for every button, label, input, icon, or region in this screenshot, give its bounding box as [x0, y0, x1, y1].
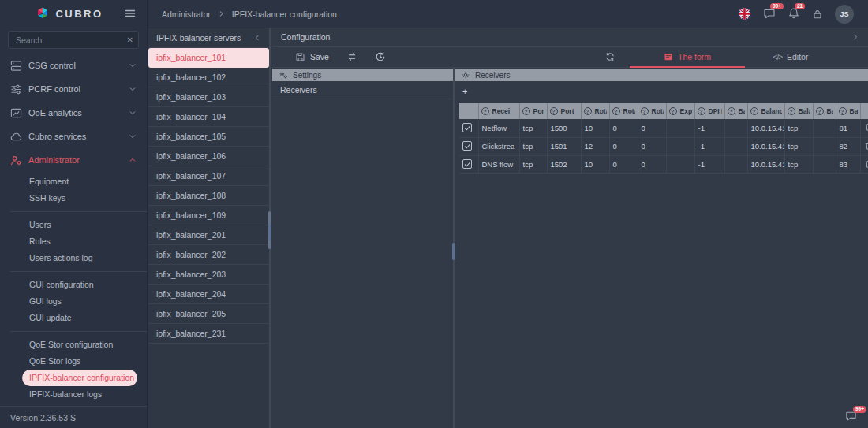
sidebar-subitem-ssh-keys[interactable]: SSH keys [22, 190, 137, 207]
col-header-label: Recei [492, 107, 511, 115]
help-icon[interactable]: ? [612, 107, 620, 115]
col-header-label: Port [561, 107, 574, 115]
help-icon[interactable]: ? [788, 107, 795, 115]
table-cell: tcp [519, 137, 547, 155]
breadcrumb-section[interactable]: Administrator [162, 9, 211, 19]
help-icon[interactable]: ? [698, 107, 705, 115]
sidebar-subitem-ipfix-balancer-logs[interactable]: IPFIX-balancer logs [22, 386, 137, 403]
help-icon[interactable]: ? [522, 107, 530, 115]
chevron-down-icon [129, 61, 137, 69]
compare-swap-icon[interactable] [346, 51, 357, 62]
settings-item-receivers[interactable]: Receivers [272, 81, 453, 99]
sidebar-search: ✕ [8, 31, 139, 50]
sidebar-subitem-gui-update[interactable]: GUI update [22, 310, 137, 326]
toolbar-left: Save [272, 47, 386, 67]
messages-icon[interactable]: 99+ [763, 7, 776, 21]
history-restore-icon[interactable] [375, 51, 386, 62]
server-list-item-ipfix-balancer-205[interactable]: ipfix_balancer_205 [148, 304, 269, 324]
topbar: Administrator IPFIX-balancer configurati… [148, 0, 868, 28]
notifications-bell-icon[interactable]: 21 [788, 7, 800, 21]
table-cell: 10 [581, 155, 609, 173]
support-chat-fab[interactable]: 99+ [845, 410, 857, 423]
save-button[interactable]: Save [295, 52, 329, 62]
col-header-port-t: ?Port t [519, 103, 547, 119]
sidebar-subitem-qoe-stor-configuration[interactable]: QoE Stor configuration [22, 337, 137, 353]
sidebar-subitem-ipfix-balancer-configuration[interactable]: IPFIX-balancer configuration [22, 370, 137, 386]
sidebar-subitem-qoe-stor-logs[interactable]: QoE Stor logs [22, 353, 137, 370]
help-icon[interactable]: ? [816, 107, 824, 115]
server-list-item-ipfix-balancer-106[interactable]: ipfix_balancer_106 [148, 147, 269, 166]
support-chat-badge: 99+ [853, 406, 866, 413]
chevron-down-icon [129, 132, 137, 140]
table-cell: tcp [519, 119, 547, 137]
delete-row-button[interactable] [864, 141, 868, 151]
sidebar-item-pcrf-control[interactable]: PCRF control [0, 77, 147, 101]
delete-row-button[interactable] [864, 159, 868, 169]
sidebar-item-qoe-analytics[interactable]: QoE analytics [0, 101, 147, 125]
refresh-icon[interactable] [604, 47, 615, 67]
sidebar-item-cubro-services[interactable]: Cubro services [0, 125, 147, 148]
notifications-badge: 21 [795, 3, 805, 10]
server-list-item-ipfix-balancer-204[interactable]: ipfix_balancer_204 [148, 285, 269, 304]
server-list-item-ipfix-balancer-202[interactable]: ipfix_balancer_202 [148, 245, 269, 265]
settings-items: Receivers [272, 81, 453, 99]
cubro-hexagon-logo-icon [36, 6, 50, 20]
tab-editor[interactable]: </> Editor [746, 47, 835, 67]
server-list-item-ipfix-balancer-107[interactable]: ipfix_balancer_107 [148, 166, 269, 186]
lock-icon[interactable] [812, 9, 823, 20]
server-list-item-ipfix-balancer-101[interactable]: ipfix_balancer_101 [148, 48, 269, 68]
col-header-inner: ?Port t [522, 107, 544, 115]
table-cell: DNS flow [478, 155, 519, 173]
chevron-left-icon[interactable] [253, 34, 261, 42]
table-cell: 10.0.15.41 [747, 155, 784, 173]
submenu-divider [10, 211, 147, 212]
splitter-handle[interactable] [268, 223, 271, 240]
tab-the-form[interactable]: The form [628, 47, 746, 67]
language-flag-uk-icon[interactable] [738, 7, 751, 20]
help-icon[interactable]: ? [641, 107, 649, 115]
table-cell: 0 [609, 137, 638, 155]
col-header-rotat: ?Rotat [638, 103, 666, 119]
tab-the-form-label: The form [678, 52, 711, 61]
help-icon[interactable]: ? [669, 107, 677, 115]
sidebar-subitem-gui-configuration[interactable]: GUI configuration [22, 277, 137, 293]
chevron-right-icon[interactable] [851, 33, 859, 41]
col-header-label: Rotat [623, 107, 635, 115]
sidebar-item-csg-control[interactable]: CSG control [0, 54, 147, 77]
sidebar-subitem-gui-logs[interactable]: GUI logs [22, 293, 137, 310]
brand-logo[interactable]: CUBRO [36, 6, 103, 20]
col-header-label: Expo [680, 107, 692, 115]
delete-row-button[interactable] [864, 122, 868, 132]
add-receiver-button[interactable]: + [462, 87, 467, 96]
server-list-item-ipfix-balancer-231[interactable]: ipfix_balancer_231 [148, 324, 269, 344]
server-list-item-ipfix-balancer-203[interactable]: ipfix_balancer_203 [148, 265, 269, 285]
search-clear-icon[interactable]: ✕ [127, 35, 133, 44]
search-input[interactable] [8, 31, 139, 49]
row-checkbox[interactable] [462, 159, 472, 169]
help-icon[interactable]: ? [550, 107, 558, 115]
user-avatar[interactable]: JS [835, 5, 854, 24]
help-icon[interactable]: ? [584, 107, 592, 115]
sidebar-subitem-users-actions-log[interactable]: Users actions log [22, 250, 137, 266]
server-list-item-ipfix-balancer-102[interactable]: ipfix_balancer_102 [148, 68, 269, 87]
admin-submenu: EquipmentSSH keysUsersRolesUsers actions… [0, 172, 147, 404]
help-icon[interactable]: ? [839, 107, 847, 115]
row-checkbox[interactable] [462, 141, 472, 151]
col-header-label: Rotat [595, 107, 607, 115]
help-icon[interactable]: ? [481, 107, 489, 115]
sidebar-subitem-equipment[interactable]: Equipment [22, 173, 137, 190]
server-list-item-ipfix-balancer-103[interactable]: ipfix_balancer_103 [148, 87, 269, 107]
sidebar-subitem-users[interactable]: Users [22, 217, 137, 233]
server-list-item-ipfix-balancer-105[interactable]: ipfix_balancer_105 [148, 127, 269, 147]
sidebar-item-administrator[interactable]: Administrator [0, 148, 147, 172]
server-list-item-ipfix-balancer-109[interactable]: ipfix_balancer_109 [148, 206, 269, 225]
help-icon[interactable]: ? [728, 107, 735, 115]
server-list-item-ipfix-balancer-104[interactable]: ipfix_balancer_104 [148, 107, 269, 127]
server-list-item-ipfix-balancer-108[interactable]: ipfix_balancer_108 [148, 186, 269, 206]
hamburger-menu-icon[interactable] [124, 7, 137, 20]
row-checkbox[interactable] [462, 123, 472, 132]
sidebar-subitem-roles[interactable]: Roles [22, 233, 137, 250]
server-list-item-ipfix-balancer-201[interactable]: ipfix_balancer_201 [148, 225, 269, 245]
help-icon[interactable]: ? [750, 107, 758, 115]
splitter-handle[interactable] [452, 243, 455, 260]
